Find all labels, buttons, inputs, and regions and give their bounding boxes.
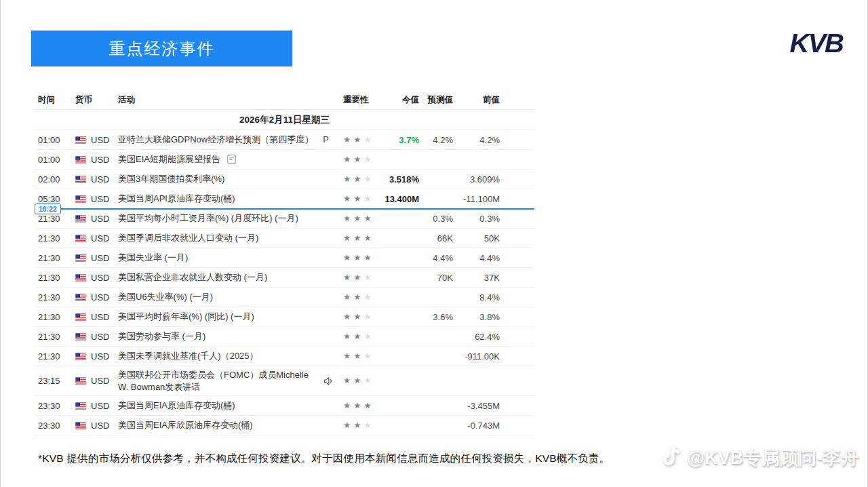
activity-cell: 美国平均每小时工资月率(%) (月度环比) (一月): [118, 212, 343, 225]
previous-value: 0.3%: [453, 214, 500, 224]
table-header-row: 时间 货币 活动 重要性 今值 预测值 前值: [35, 90, 534, 110]
event-time: 21:30: [38, 332, 75, 342]
table-row[interactable]: 21:30 USD 美国平均时薪年率(%) (同比) (一月): [35, 307, 534, 327]
event-time: 01:00: [38, 135, 75, 145]
star-icon: ★: [343, 175, 351, 184]
event-time: 21:30: [38, 253, 75, 263]
importance-stars: ★★★: [343, 313, 377, 322]
currency-label: USD: [91, 253, 109, 263]
event-title: 美国3年期国债拍卖利率(%): [118, 173, 224, 185]
watermark-text: @KVB专属顾问-李舟: [687, 446, 859, 470]
us-flag-icon: [75, 274, 86, 281]
importance-stars: ★★★: [343, 402, 377, 410]
star-icon: ★: [363, 254, 371, 262]
star-icon: ★: [363, 332, 371, 341]
event-title: 美国当周EIA原油库存变动(桶): [118, 400, 235, 412]
kvb-logo: KVB: [790, 29, 843, 58]
table-row[interactable]: 01:00 USD 美国EIA短期能源展望报告: [35, 150, 534, 170]
star-icon: ★: [353, 402, 361, 410]
us-flag-icon: [75, 156, 86, 163]
star-icon: ★: [353, 155, 361, 164]
currency-label: USD: [91, 376, 109, 386]
event-title: 美国劳动参与率 (一月): [118, 330, 205, 343]
star-icon: ★: [353, 136, 361, 144]
us-flag-icon: [75, 333, 86, 340]
activity-cell: 美国当周EIA库欣原油库存变动(桶): [118, 419, 343, 431]
table-row[interactable]: 23:15 USD 美国联邦公开市场委员会（FOMC）成员Michelle W.…: [35, 366, 534, 396]
importance-stars: ★★★: [343, 136, 377, 144]
currency-label: USD: [91, 292, 109, 303]
table-row[interactable]: 21:30 USD 美国私营企业非农就业人数变动 (一月): [35, 268, 534, 288]
column-header-time: 时间: [38, 94, 75, 106]
currency-cell: USD: [75, 376, 118, 386]
previous-value: 3.8%: [453, 312, 500, 322]
activity-cell: 美国未季调就业基准(千人)（2025）: [118, 350, 343, 362]
star-icon: ★: [343, 195, 351, 203]
currency-cell: USD: [75, 214, 118, 224]
activity-cell: 美国失业率 (一月): [118, 252, 343, 264]
speaker-icon[interactable]: [323, 376, 334, 386]
event-time: 21:30: [38, 312, 75, 322]
us-flag-icon: [75, 377, 86, 385]
star-icon: ★: [353, 254, 361, 262]
forecast-value: 0.3%: [419, 214, 453, 224]
importance-stars: ★★★: [343, 332, 377, 341]
previous-value: 50K: [453, 233, 500, 244]
table-row[interactable]: 05:30 USD 美国当周API原油库存变动(桶): [35, 189, 534, 209]
us-flag-icon: [75, 254, 86, 262]
previous-value: 62.4%: [453, 332, 500, 342]
currency-cell: USD: [75, 273, 118, 283]
star-icon: ★: [353, 195, 361, 203]
star-icon: ★: [343, 136, 351, 144]
importance-stars: ★★★: [343, 195, 377, 203]
event-title: 美国当周API原油库存变动(桶): [118, 193, 235, 205]
douyin-icon: [663, 445, 681, 471]
table-row[interactable]: 23:30 USD 美国当周EIA库欣原油库存变动(桶): [35, 416, 534, 435]
column-header-previous: 前值: [453, 94, 500, 106]
previous-value: -3.455M: [453, 401, 500, 411]
star-icon: ★: [363, 214, 371, 223]
table-row[interactable]: 23:30 USD 美国当周EIA原油库存变动(桶): [35, 396, 534, 416]
key-events-title-button[interactable]: 重点经济事件: [31, 31, 292, 66]
event-time: 05:30: [38, 194, 75, 204]
table-row[interactable]: 21:30 USD 美国劳动参与率 (一月): [35, 327, 534, 347]
event-time: 21:30: [38, 351, 75, 362]
us-flag-icon: [75, 195, 86, 203]
forecast-value: 4.2%: [419, 135, 453, 145]
forecast-value: 4.4%: [419, 253, 453, 263]
us-flag-icon: [75, 235, 86, 242]
currency-cell: USD: [75, 421, 118, 431]
forecast-value: 66K: [419, 233, 453, 244]
table-row[interactable]: 01:00 USD 亚特兰大联储GDPNow经济增长预测（第四季度） P: [35, 130, 534, 150]
currency-label: USD: [91, 312, 109, 322]
table-row[interactable]: 21:30 USD 美国平均每小时工资月率(%) (月度环比) (一月): [35, 209, 534, 229]
event-title: 美国联邦公开市场委员会（FOMC）成员Michelle W. Bowman发表讲…: [118, 369, 317, 393]
column-header-activity: 活动: [118, 94, 343, 106]
table-row[interactable]: 02:00 USD 美国3年期国债拍卖利率(%): [35, 170, 534, 189]
star-icon: ★: [353, 234, 361, 243]
us-flag-icon: [75, 294, 86, 301]
star-icon: ★: [353, 376, 361, 385]
star-icon: ★: [343, 332, 351, 341]
importance-stars: ★★★: [343, 254, 377, 262]
document-icon[interactable]: [227, 155, 236, 164]
star-icon: ★: [343, 234, 351, 243]
event-title: 美国季调后非农就业人口变动 (一月): [118, 232, 258, 244]
us-flag-icon: [75, 215, 86, 222]
star-icon: ★: [353, 421, 361, 430]
disclaimer-text: *KVB 提供的市场分析仅供参考，并不构成任何投资建议。对于因使用本新闻信息而造…: [38, 452, 610, 466]
economic-calendar-table: 时间 货币 活动 重要性 今值 预测值 前值 2026年2月11日星期三 01:…: [35, 90, 534, 435]
currency-cell: USD: [75, 253, 118, 263]
currency-label: USD: [91, 214, 109, 224]
event-time: 23:30: [38, 401, 75, 411]
table-row[interactable]: 21:30 USD 美国未季调就业基准(千人)（2025）: [35, 347, 534, 366]
previous-value: 37K: [453, 273, 500, 283]
table-row[interactable]: 21:30 USD 美国U6失业率(%) (一月): [35, 288, 534, 307]
currency-label: USD: [91, 401, 109, 411]
table-row[interactable]: 21:30 USD 美国失业率 (一月): [35, 248, 534, 268]
importance-stars: ★★★: [343, 234, 377, 243]
star-icon: ★: [363, 273, 371, 282]
currency-label: USD: [91, 421, 109, 431]
previous-value: 8.4%: [453, 292, 500, 303]
table-row[interactable]: 21:30 USD 美国季调后非农就业人口变动 (一月): [35, 229, 534, 248]
